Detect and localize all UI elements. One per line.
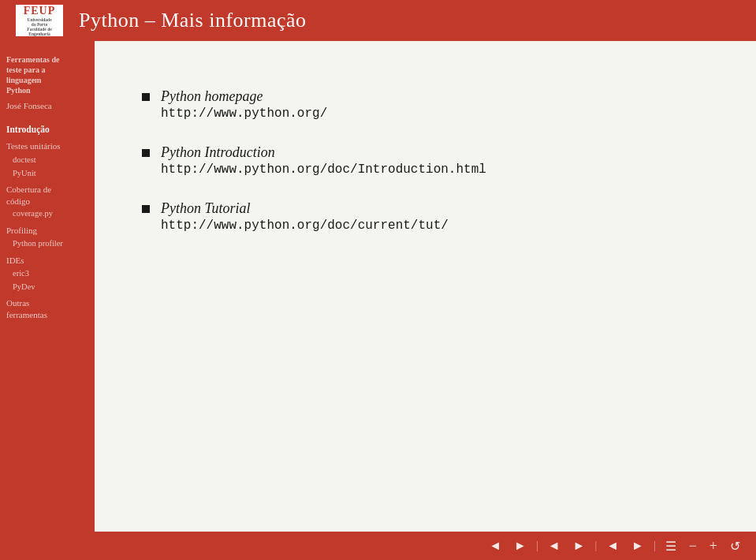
sidebar-item-doctest[interactable]: doctest: [6, 154, 88, 167]
content-area: Python homepage http://www.python.org/ P…: [95, 41, 756, 532]
main-area: Ferramentas deteste para alinguagemPytho…: [0, 41, 756, 532]
sidebar-item-coverage-py[interactable]: coverage.py: [6, 207, 88, 221]
header-bar: FEUP Universidadedo PortoFaculdade de En…: [0, 0, 756, 41]
nav-prev-2[interactable]: ◄: [545, 537, 564, 554]
tutorial-url[interactable]: http://www.python.org/doc/current/tut/: [161, 218, 449, 233]
bullet-tutorial: [142, 205, 150, 213]
nav-next-2[interactable]: ►: [570, 537, 589, 554]
page-title: Python – Mais informação: [79, 9, 307, 32]
sidebar-item-ferramentas[interactable]: Ferramentas deteste para alinguagemPytho…: [6, 54, 88, 96]
sidebar-item-cobertura[interactable]: Cobertura decódigo: [6, 183, 88, 207]
nav-refresh-icon[interactable]: ↺: [727, 537, 743, 555]
bottom-nav-bar: ◄ ► | ◄ ► | ◄ ► | ☰ − + ↺: [0, 532, 756, 560]
sidebar-item-ides[interactable]: IDEs: [6, 254, 88, 267]
nav-prev-3[interactable]: ◄: [603, 537, 622, 554]
sidebar-item-profiling[interactable]: Profiling: [6, 224, 88, 237]
logo-area: FEUP Universidadedo PortoFaculdade de En…: [16, 5, 63, 36]
sidebar-item-pydev[interactable]: PyDev: [6, 281, 88, 294]
sidebar-section-intro: Ferramentas deteste para alinguagemPytho…: [6, 49, 88, 113]
nav-sep-2: |: [594, 539, 597, 552]
nav-sep-3: |: [654, 539, 656, 552]
list-item-homepage: Python homepage http://www.python.org/: [142, 88, 709, 121]
sidebar-item-eric3[interactable]: eric3: [6, 267, 88, 281]
content-list: Python homepage http://www.python.org/ P…: [142, 88, 709, 256]
nav-sep-1: |: [536, 539, 538, 552]
nav-menu-icon[interactable]: ☰: [662, 537, 680, 555]
nav-next-next[interactable]: ►: [511, 537, 530, 554]
sidebar: Ferramentas deteste para alinguagemPytho…: [0, 41, 95, 532]
feup-text: FEUP: [24, 5, 56, 18]
introduction-title: Python Introduction: [161, 144, 486, 161]
tutorial-content: Python Tutorial http://www.python.org/do…: [161, 200, 449, 233]
homepage-title: Python homepage: [161, 88, 327, 105]
introduction-content: Python Introduction http://www.python.or…: [161, 144, 486, 177]
homepage-content: Python homepage http://www.python.org/: [161, 88, 327, 121]
homepage-url[interactable]: http://www.python.org/: [161, 106, 327, 121]
sidebar-section-main: Introdução Testes unitários doctest PyUn…: [6, 118, 88, 321]
sidebar-item-testes[interactable]: Testes unitários: [6, 140, 88, 153]
sidebar-item-jose[interactable]: José Fonseca: [6, 99, 88, 113]
sidebar-item-python-profiler[interactable]: Python profiler: [6, 237, 88, 251]
sidebar-item-pyunit[interactable]: PyUnit: [6, 167, 88, 181]
list-item-introduction: Python Introduction http://www.python.or…: [142, 144, 709, 177]
sidebar-item-outras[interactable]: Outrasferramentas: [6, 297, 88, 321]
tutorial-title: Python Tutorial: [161, 200, 449, 217]
bullet-introduction: [142, 149, 150, 157]
introduction-url[interactable]: http://www.python.org/doc/Introduction.h…: [161, 162, 486, 177]
nav-zoom-in[interactable]: +: [706, 536, 721, 556]
list-item-tutorial: Python Tutorial http://www.python.org/do…: [142, 200, 709, 233]
university-text: Universidadedo PortoFaculdade de Engenha…: [17, 17, 61, 36]
sidebar-item-introducao[interactable]: Introdução: [6, 122, 88, 136]
nav-prev-prev[interactable]: ◄: [486, 537, 505, 554]
nav-zoom-out[interactable]: −: [686, 536, 700, 556]
bullet-homepage: [142, 93, 150, 101]
feup-logo: FEUP Universidadedo PortoFaculdade de En…: [16, 5, 63, 36]
nav-next-3[interactable]: ►: [628, 537, 647, 554]
